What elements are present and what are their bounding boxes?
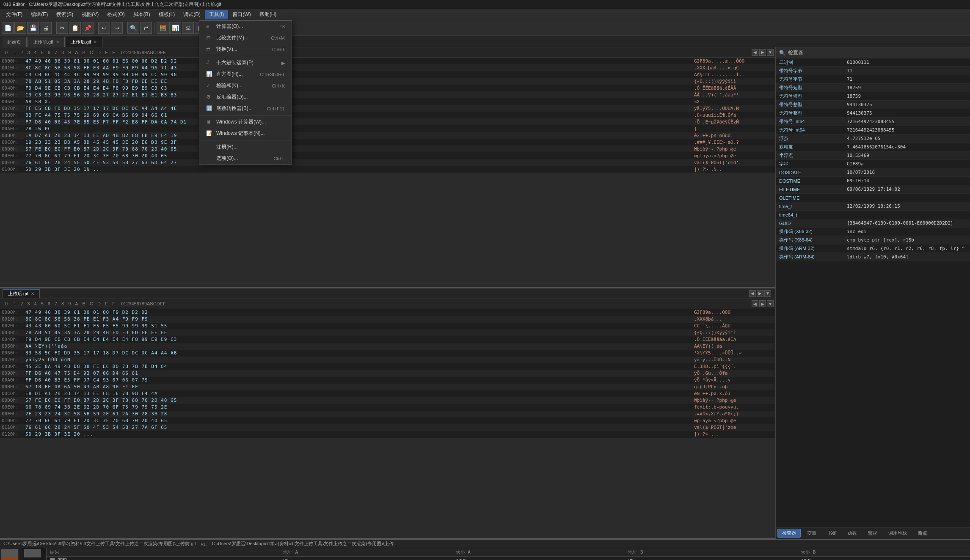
tools-menu-item-convert[interactable]: ⇄转换(V)...Ctrl+T bbox=[199, 44, 292, 55]
shortcut-histogram: Ctrl+Shift+T bbox=[260, 72, 285, 77]
tools-menu-item-win_notepad[interactable]: 📝Windows 记事本(N)... bbox=[199, 128, 292, 139]
tools-menu-item-options[interactable]: 选项(O)...Ctrl+, bbox=[199, 153, 292, 164]
tools-menu-item-win_calculator[interactable]: 🖩Windows 计算器(W)... bbox=[199, 116, 292, 128]
dropdown-overlay[interactable]: ≡计算器(O)...F8⚖比较文件(M)...Ctrl+M⇄转换(V)...Ct… bbox=[0, 0, 970, 560]
tools-menu-item-checksum[interactable]: ✓检验和(K)...Ctrl+K bbox=[199, 80, 292, 91]
tools-menu-item-compare[interactable]: ⚖比较文件(M)...Ctrl+M bbox=[199, 32, 292, 44]
menu-icon-base_converter: 🔢 bbox=[206, 105, 215, 111]
menu-separator-3 bbox=[199, 56, 292, 56]
menu-icon-win_calculator: 🖩 bbox=[206, 119, 215, 125]
shortcut-compare: Ctrl+M bbox=[271, 36, 285, 41]
arrow-hex_calc: ▶ bbox=[281, 60, 285, 66]
tools-menu-item-registry[interactable]: 注册(R)... bbox=[199, 141, 292, 153]
menu-icon-histogram: 📊 bbox=[206, 71, 215, 77]
shortcut-options: Ctrl+, bbox=[273, 156, 285, 161]
menu-icon-convert: ⇄ bbox=[206, 46, 215, 52]
tools-menu-item-histogram[interactable]: 📊直方图(H)...Ctrl+Shift+T bbox=[199, 69, 292, 80]
shortcut-calculator: F8 bbox=[279, 24, 285, 29]
tools-menu: ≡计算器(O)...F8⚖比较文件(M)...Ctrl+M⇄转换(V)...Ct… bbox=[199, 20, 292, 165]
menu-separator-8 bbox=[199, 115, 292, 115]
shortcut-base_converter: Ctrl+F11 bbox=[267, 106, 285, 111]
tools-menu-item-disassembler[interactable]: ⚙反汇编器(D)... bbox=[199, 91, 292, 103]
menu-icon-win_notepad: 📝 bbox=[206, 130, 215, 136]
menu-icon-compare: ⚖ bbox=[206, 35, 215, 41]
shortcut-checksum: Ctrl+K bbox=[272, 83, 285, 88]
tools-menu-item-calculator[interactable]: ≡计算器(O)...F8 bbox=[199, 21, 292, 32]
menu-icon-disassembler: ⚙ bbox=[206, 94, 215, 100]
shortcut-convert: Ctrl+T bbox=[272, 47, 285, 52]
tools-menu-item-hex_calc[interactable]: #十六进制运算(P)▶ bbox=[199, 57, 292, 69]
menu-icon-calculator: ≡ bbox=[206, 23, 215, 29]
menu-icon-checksum: ✓ bbox=[206, 82, 215, 88]
menu-separator-10 bbox=[199, 140, 292, 140]
menu-icon-hex_calc: # bbox=[206, 60, 215, 66]
tools-menu-item-base_converter[interactable]: 🔢底数转换器(B)...Ctrl+F11 bbox=[199, 103, 292, 114]
